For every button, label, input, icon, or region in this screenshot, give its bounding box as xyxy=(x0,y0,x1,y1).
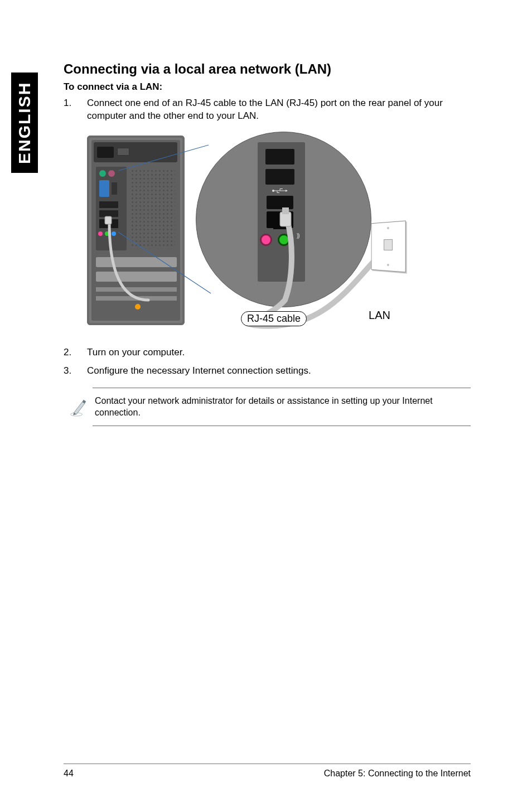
section-subhead: To connect via a LAN: xyxy=(64,81,471,93)
step-3: 3.Configure the necessary Internet conne… xyxy=(64,365,471,378)
label-rj45-cable: RJ-45 cable xyxy=(241,311,307,326)
step-1: 1.Connect one end of an RJ-45 cable to t… xyxy=(64,97,471,123)
chapter-label: Chapter 5: Connecting to the Internet xyxy=(324,769,471,779)
pc-tower-rear xyxy=(87,136,185,325)
lan-port-icon xyxy=(267,211,293,228)
page-footer: 44 Chapter 5: Connecting to the Internet xyxy=(64,764,471,779)
step-2: 2.Turn on your computer. xyxy=(64,346,471,359)
note-block: Contact your network administrator for d… xyxy=(64,388,471,426)
figure-lan-connection: )) xyxy=(87,133,471,331)
pencil-icon xyxy=(64,388,93,426)
label-lan: LAN xyxy=(369,309,390,322)
wall-lan-plate xyxy=(371,220,406,272)
section-heading: Connecting via a local area network (LAN… xyxy=(64,61,471,77)
step-text: Turn on your computer. xyxy=(87,346,471,359)
step-text: Connect one end of an RJ-45 cable to the… xyxy=(87,97,471,123)
zoom-detail: )) xyxy=(196,132,371,307)
page-number: 44 xyxy=(64,769,74,779)
language-tab: ENGLISH xyxy=(11,73,38,173)
step-text: Configure the necessary Internet connect… xyxy=(87,365,471,378)
note-text: Contact your network administrator for d… xyxy=(93,388,471,426)
